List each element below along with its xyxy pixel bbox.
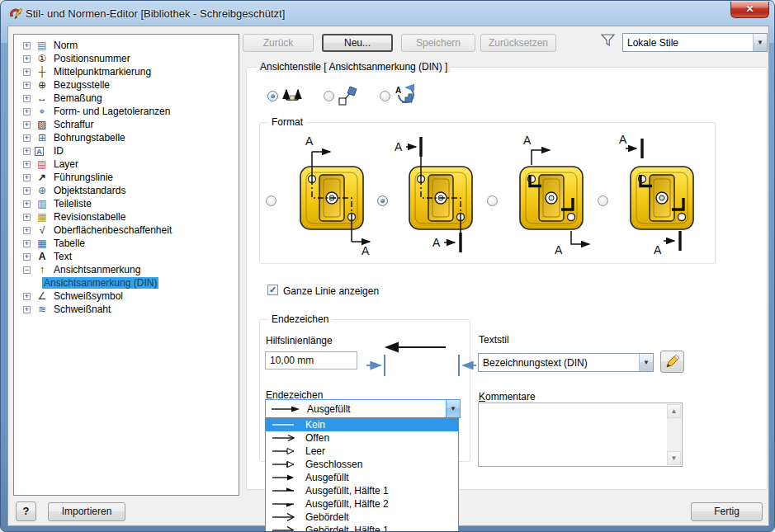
expand-toggle[interactable]: + bbox=[23, 174, 31, 181]
import-button[interactable]: Importieren bbox=[48, 502, 125, 521]
dropdown-item-ausgefuellt[interactable]: Ausgefüllt bbox=[266, 471, 458, 484]
edit-text-style-button[interactable] bbox=[660, 351, 684, 373]
tree-item-ansichtsanmerkung-din[interactable]: Ansichtsanmerkung (DIN) bbox=[14, 276, 239, 290]
tree-item-bohrungstabelle[interactable]: +⊞Bohrungstabelle bbox=[14, 131, 239, 144]
comments-textarea[interactable]: ▲ ▼ bbox=[478, 403, 683, 467]
tree-item-mittelpunktmarkierung[interactable]: +┼Mittelpunktmarkierung bbox=[14, 65, 239, 78]
expand-toggle[interactable]: + bbox=[23, 55, 31, 63]
format-option-3-image: A A bbox=[500, 132, 599, 256]
back-button[interactable]: Zurück bbox=[243, 34, 314, 52]
dropdown-item-geschlossen[interactable]: Geschlossen bbox=[266, 458, 458, 471]
tree-item-fuehrungslinie[interactable]: +↗Führungslinie bbox=[14, 171, 239, 184]
scroll-up-icon[interactable]: ▲ bbox=[667, 404, 681, 418]
close-button[interactable]: ✕ bbox=[730, 2, 769, 18]
text-style-combo[interactable]: Bezeichnungstext (DIN) ▼ bbox=[478, 353, 654, 372]
new-button[interactable]: Neu... bbox=[322, 34, 393, 52]
tree-item-oberflaechenbeschaffenheit[interactable]: +√Oberflächenbeschaffenheit bbox=[14, 224, 239, 237]
styles-tree[interactable]: +▤Norm +①Positionsnummer +┼Mittelpunktma… bbox=[13, 34, 239, 496]
dropdown-item-ausgefuellt-haelfte-2[interactable]: Ausgefüllt, Hälfte 2 bbox=[266, 497, 458, 511]
dropdown-item-offen[interactable]: Offen bbox=[266, 431, 458, 445]
tree-item-label: Schraffur bbox=[52, 119, 95, 130]
tree-item-schraffur[interactable]: +▨Schraffur bbox=[14, 118, 239, 131]
style-filter-combo[interactable]: Lokale Stile ▼ bbox=[622, 33, 768, 52]
chevron-down-icon[interactable]: ▼ bbox=[753, 34, 767, 51]
expand-toggle[interactable]: + bbox=[23, 187, 31, 195]
tree-item-teileliste[interactable]: +▥Teileliste bbox=[14, 197, 239, 210]
text-style-label: Textstil bbox=[479, 334, 509, 346]
filled-arrow-icon bbox=[270, 404, 303, 414]
format-option-3-radio[interactable] bbox=[487, 195, 498, 206]
tree-item-form-lagetoleranzen[interactable]: +⌖Form- und Lagetoleranzen bbox=[14, 105, 239, 118]
tree-item-objektstandards[interactable]: +⊕Objektstandards bbox=[14, 184, 239, 197]
format-option-4-radio[interactable] bbox=[598, 195, 608, 206]
weld-seam-icon: ≋ bbox=[35, 304, 50, 315]
tree-item-revisionstabelle[interactable]: +▦Revisionstabelle bbox=[14, 210, 239, 224]
tree-item-bezugsstelle[interactable]: +⊕Bezugsstelle bbox=[14, 78, 239, 92]
titlebar[interactable]: Stil- und Normen-Editor [Bibliothek - Sc… bbox=[1, 1, 774, 26]
revision-table-icon: ▦ bbox=[35, 211, 50, 223]
tree-item-label: Text bbox=[52, 251, 73, 262]
svg-text:A: A bbox=[619, 133, 627, 146]
comments-scrollbar[interactable]: ▲ ▼ bbox=[667, 404, 681, 465]
tree-item-schweisssymbol[interactable]: +∠Schweißsymbol bbox=[14, 290, 239, 303]
tree-item-bemassung[interactable]: +↔Bemaßung bbox=[14, 92, 239, 105]
terminator-combo[interactable]: Ausgefüllt ▼ bbox=[265, 399, 461, 418]
save-button[interactable]: Speichern bbox=[401, 34, 475, 52]
expand-toggle[interactable]: + bbox=[23, 148, 31, 155]
expand-toggle[interactable]: + bbox=[23, 108, 31, 115]
text-style-value: Bezeichnungstext (DIN) bbox=[479, 357, 639, 369]
show-whole-line-checkbox[interactable]: ✓ bbox=[267, 285, 278, 295]
expand-toggle[interactable]: + bbox=[23, 121, 31, 129]
tree-item-text[interactable]: +AText bbox=[14, 250, 239, 263]
dropdown-item-kein[interactable]: Kein bbox=[266, 418, 458, 431]
section-view-radio[interactable] bbox=[267, 91, 278, 101]
detail-view-icon bbox=[338, 85, 359, 106]
chevron-down-icon[interactable]: ▼ bbox=[446, 400, 460, 417]
expand-toggle[interactable]: + bbox=[23, 227, 31, 234]
expand-toggle[interactable]: + bbox=[23, 214, 31, 221]
collapse-toggle[interactable]: − bbox=[23, 266, 31, 274]
reset-button[interactable]: Zurücksetzen bbox=[480, 34, 556, 52]
tree-item-id[interactable]: +AID bbox=[14, 144, 239, 158]
tree-item-positionsnummer[interactable]: +①Positionsnummer bbox=[14, 52, 239, 65]
tree-item-norm[interactable]: +▤Norm bbox=[14, 39, 239, 52]
format-option-1-radio[interactable] bbox=[266, 195, 276, 206]
expand-toggle[interactable]: + bbox=[23, 68, 31, 76]
expand-toggle[interactable]: + bbox=[23, 293, 31, 300]
detail-view-radio[interactable] bbox=[324, 91, 334, 101]
tree-item-layer[interactable]: +▤Layer bbox=[14, 158, 239, 171]
dropdown-item-leer[interactable]: Leer bbox=[266, 445, 458, 458]
view-styles-group-title: Ansichtenstile [ Ansichtsanmerkung (DIN)… bbox=[257, 61, 451, 73]
expand-toggle[interactable]: + bbox=[23, 95, 31, 102]
tree-item-label-selected: Ansichtsanmerkung (DIN) bbox=[42, 277, 158, 289]
scroll-down-icon[interactable]: ▼ bbox=[667, 451, 681, 465]
parts-list-icon: ▥ bbox=[35, 198, 50, 210]
done-button[interactable]: Fertig bbox=[691, 502, 763, 521]
expand-toggle[interactable]: + bbox=[23, 200, 31, 208]
format-option-4-image: A A bbox=[611, 132, 710, 256]
expand-toggle[interactable]: + bbox=[23, 306, 31, 313]
expand-toggle[interactable]: + bbox=[23, 253, 31, 261]
tree-item-label: Tabelle bbox=[52, 238, 87, 249]
svg-text:A: A bbox=[432, 236, 441, 249]
format-option-2-radio[interactable] bbox=[377, 195, 388, 206]
expand-toggle[interactable]: + bbox=[23, 134, 31, 142]
expand-toggle[interactable]: + bbox=[23, 82, 31, 89]
terminator-filled-half1-icon bbox=[271, 486, 299, 496]
expand-toggle[interactable]: + bbox=[23, 240, 31, 247]
dropdown-item-geboerdelt[interactable]: Gebördelt bbox=[266, 511, 458, 524]
tree-item-schweissnaht[interactable]: +≋Schweißnaht bbox=[14, 303, 239, 316]
extension-length-input[interactable] bbox=[265, 351, 357, 370]
terminator-dropdown-list[interactable]: Kein Offen Leer Geschlossen Ausgefüllt A… bbox=[265, 417, 459, 532]
tree-item-ansichtsanmerkung[interactable]: −↑Ansichtsanmerkung bbox=[14, 263, 239, 276]
expand-toggle[interactable]: + bbox=[23, 161, 31, 168]
filter-funnel-icon[interactable] bbox=[600, 32, 617, 49]
chevron-down-icon[interactable]: ▼ bbox=[639, 354, 653, 371]
dropdown-item-ausgefuellt-haelfte-1[interactable]: Ausgefüllt, Hälfte 1 bbox=[266, 484, 458, 497]
projected-view-radio[interactable] bbox=[380, 91, 390, 101]
help-button[interactable]: ? bbox=[16, 501, 36, 521]
tree-item-tabelle[interactable]: +▦Tabelle bbox=[14, 237, 239, 250]
expand-toggle[interactable]: + bbox=[23, 42, 31, 49]
norm-icon: ▤ bbox=[35, 40, 50, 51]
dropdown-item-geboerdelt-haelfte-1[interactable]: Gebördelt, Hälfte 1 bbox=[266, 524, 458, 532]
